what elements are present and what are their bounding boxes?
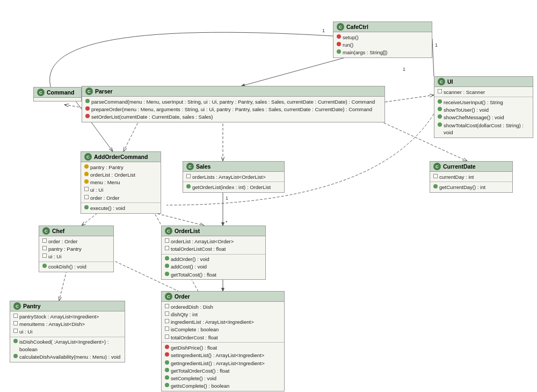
visibility-icon <box>165 345 169 349</box>
member-addordercommand-0-1: orderList : OrderList <box>84 171 157 178</box>
class-section-command-0 <box>34 98 81 101</box>
visibility-icon <box>165 375 169 380</box>
member-order-1-1: setIngredientList() : ArrayList<Ingredie… <box>165 352 281 359</box>
class-section-chef-1: cookDish() : void <box>39 262 113 272</box>
visibility-icon <box>186 174 191 178</box>
member-parser-0-0: parseCommand(menu : Menu, userInput : St… <box>85 98 381 105</box>
class-name-cafectrl: CafeCtrl <box>346 24 368 30</box>
visibility-icon <box>438 122 442 127</box>
class-icon-ui: C <box>438 78 445 85</box>
visibility-icon <box>438 107 442 111</box>
class-section-parser-0: parseCommand(menu : Menu, userInput : St… <box>82 97 384 122</box>
visibility-icon <box>165 319 169 323</box>
member-text: ui : Ui <box>90 186 103 193</box>
class-header-sales: CSales <box>183 162 284 172</box>
class-pantry: CPantrypantryStock : ArrayList<Ingredien… <box>10 301 125 362</box>
member-text: pantry : Pantry <box>48 245 82 252</box>
visibility-icon <box>84 179 89 184</box>
member-order-0-4: totalOrderCost : float <box>165 333 281 341</box>
visibility-icon <box>433 174 438 178</box>
member-text: scanner : Scanner <box>444 89 485 96</box>
member-text: pantryStock : ArrayList<Ingredient> <box>19 313 99 320</box>
member-text: ui : Ui <box>19 328 32 335</box>
member-text: getTotalCost() : float <box>171 271 216 278</box>
member-text: setIngredientList() : ArrayList<Ingredie… <box>171 352 264 359</box>
member-order-1-0: getDishPrice() : float <box>165 344 281 351</box>
visibility-icon <box>42 264 47 268</box>
member-text: totalOrderCost : float <box>171 334 218 341</box>
class-icon-order: C <box>165 293 172 300</box>
member-pantry-1-1: calculateDishAvailability(menu : Menu) :… <box>13 353 121 360</box>
visibility-icon <box>337 49 341 54</box>
class-section-ui-0: scanner : Scanner <box>434 87 533 97</box>
member-text: cookDish() : void <box>48 263 86 270</box>
class-header-pantry: CPantry <box>10 301 125 311</box>
visibility-icon <box>165 256 169 260</box>
member-text: menuItems : ArrayList<Dish> <box>19 321 85 328</box>
member-chef-0-2: ui : Ui <box>42 253 110 260</box>
member-text: orderList : ArrayList<Order> <box>171 238 234 245</box>
member-orderlist-1-0: addOrder() : void <box>165 256 262 263</box>
member-text: addOrder() : void <box>171 256 209 263</box>
visibility-icon <box>337 34 341 39</box>
member-text: getIsComplete() : boolean <box>171 382 229 389</box>
visibility-icon <box>165 246 169 250</box>
svg-text:1: 1 <box>403 67 405 72</box>
class-section-cafectrl-0: setup()run()main(args : String[]) <box>333 32 432 57</box>
member-text: orderLists : ArrayList<OrderList> <box>192 173 266 180</box>
visibility-icon <box>42 238 47 243</box>
visibility-icon <box>13 321 18 325</box>
member-text: calculateDishAvailability(menu : Menu) :… <box>19 353 120 360</box>
member-text: order : Order <box>90 194 119 201</box>
class-name-parser: Parser <box>95 88 113 95</box>
member-chef-0-0: order : Order <box>42 237 110 245</box>
member-text: isDishCooked( :ArrayList<Ingredient>) : … <box>19 338 121 353</box>
member-text: parseCommand(menu : Menu, userInput : St… <box>91 98 375 105</box>
class-section-order-1: getDishPrice() : floatsetIngredientList(… <box>162 343 284 391</box>
visibility-icon <box>84 164 89 169</box>
class-section-ui-1: receiveUserInput() : StringshowToUser() … <box>434 97 533 137</box>
class-name-command: Command <box>47 89 74 96</box>
visibility-icon <box>85 114 90 118</box>
class-name-currentdate: CurrentDate <box>443 163 476 170</box>
member-text: addCost() : void <box>171 263 207 270</box>
visibility-icon <box>165 272 169 276</box>
member-text: setComplete() : void <box>171 375 216 382</box>
member-text: showChefMessage() : void <box>444 114 504 121</box>
class-section-pantry-1: isDishCooked( :ArrayList<Ingredient>) : … <box>10 337 125 362</box>
member-text: receiveUserInput() : String <box>444 99 503 106</box>
class-section-addordercommand-0: pantry : PantryorderList : OrderListmenu… <box>81 162 161 203</box>
visibility-icon <box>438 114 442 119</box>
visibility-icon <box>165 360 169 365</box>
visibility-icon <box>165 352 169 357</box>
class-section-pantry-0: pantryStock : ArrayList<Ingredient>menuI… <box>10 311 125 337</box>
member-order-0-0: orderedDish : Dish <box>165 303 281 310</box>
visibility-icon <box>13 329 18 333</box>
member-parser-0-1: prepareOrder(menu : Menu, arguments : St… <box>85 105 381 113</box>
member-sales-0-0: orderLists : ArrayList<OrderList> <box>186 173 281 180</box>
svg-text:1: 1 <box>226 195 228 201</box>
member-addordercommand-0-2: menu : Menu <box>84 179 157 186</box>
visibility-icon <box>84 195 89 199</box>
class-section-order-0: orderedDish : DishdishQty : intingredien… <box>162 302 284 343</box>
member-chef-0-1: pantry : Pantry <box>42 245 110 252</box>
visibility-icon <box>85 99 90 103</box>
member-chef-1-0: cookDish() : void <box>42 263 110 271</box>
svg-text:*: * <box>226 220 228 225</box>
class-header-chef: CChef <box>39 226 113 236</box>
member-order-0-1: dishQty : int <box>165 310 281 318</box>
diagram-area: 1 1 1 * 1 <box>0 6 537 388</box>
member-text: getOrderList(index : int) : OrderList <box>192 184 271 191</box>
class-header-addordercommand: CAddOrderCommand <box>81 152 161 162</box>
visibility-icon <box>13 354 18 358</box>
member-text: setup() <box>343 34 359 41</box>
member-text: run() <box>343 41 353 48</box>
member-pantry-0-1: menuItems : ArrayList<Dish> <box>13 320 121 328</box>
member-currentdate-1-0: getCurrentDay() : int <box>433 183 509 191</box>
class-header-parser: CParser <box>82 86 384 97</box>
class-parser: CParserparseCommand(menu : Menu, userInp… <box>82 86 385 122</box>
member-order-0-3: isComplete : boolean <box>165 326 281 333</box>
class-icon-addordercommand: C <box>84 153 92 161</box>
class-section-sales-1: getOrderList(index : int) : OrderList <box>183 182 284 192</box>
member-currentdate-0-0: currentDay : int <box>433 173 509 180</box>
